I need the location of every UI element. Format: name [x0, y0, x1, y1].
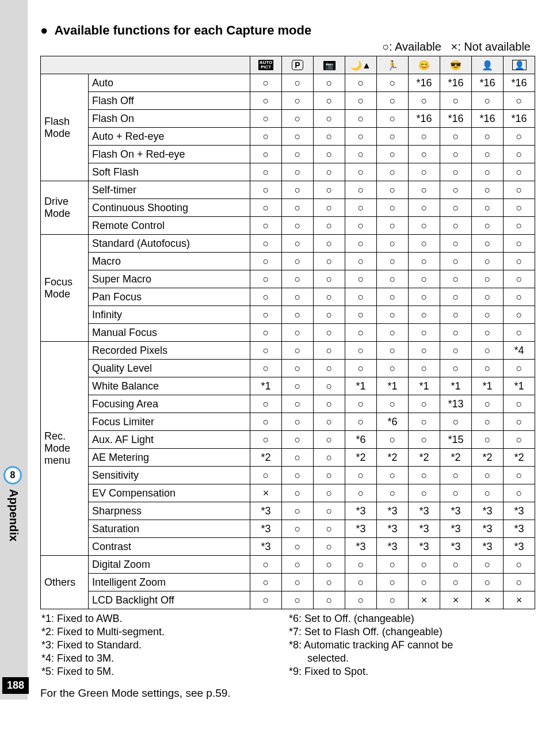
value-cell: *2 — [504, 449, 535, 467]
value-cell: *4 — [504, 342, 535, 360]
value-cell: *3 — [409, 520, 440, 538]
item-cell: Pan Focus — [89, 288, 250, 306]
value-cell: ○ — [377, 306, 409, 324]
value-cell: ○ — [377, 253, 409, 270]
mode-icon: 👤 — [504, 56, 535, 74]
value-cell: ○ — [504, 92, 535, 110]
value-cell: ○ — [504, 574, 535, 591]
value-cell: *3 — [472, 538, 504, 556]
value-cell: ○ — [345, 574, 377, 591]
value-cell: ○ — [504, 431, 535, 449]
table-row: Contrast*3○○*3*3*3*3*3*3 — [41, 538, 535, 556]
category-cell: Drive Mode — [41, 181, 89, 235]
item-cell: Soft Flash — [89, 163, 250, 181]
value-cell: ○ — [345, 413, 377, 431]
value-cell: ○ — [282, 146, 314, 163]
value-cell: ○ — [409, 288, 440, 306]
value-cell: *16 — [504, 110, 535, 128]
footnote-item: *5: Fixed to 5M. — [40, 666, 288, 679]
value-cell: ○ — [409, 270, 440, 288]
table-row: Flash On + Red-eye○○○○○○○○○ — [41, 146, 535, 163]
value-cell: ○ — [282, 449, 314, 467]
value-cell: *3 — [250, 520, 282, 538]
value-cell: ○ — [250, 467, 282, 484]
value-cell: ○ — [377, 591, 409, 609]
item-cell: Saturation — [89, 520, 250, 538]
value-cell: ○ — [377, 395, 409, 413]
value-cell: ○ — [250, 146, 282, 163]
value-cell: ○ — [314, 342, 345, 360]
value-cell: *16 — [472, 110, 504, 128]
value-cell: ○ — [409, 395, 440, 413]
value-cell: *3 — [472, 520, 504, 538]
value-cell: ○ — [504, 395, 535, 413]
table-row: Flash Off○○○○○○○○○ — [41, 92, 535, 110]
value-cell: ○ — [282, 181, 314, 199]
value-cell: ○ — [409, 431, 440, 449]
value-cell: ○ — [377, 163, 409, 181]
value-cell: ○ — [250, 235, 282, 253]
table-row: LCD Backlight Off○○○○○×××× — [41, 591, 535, 609]
value-cell: *16 — [409, 110, 440, 128]
appendix-chapter-number: 8 — [3, 466, 22, 484]
value-cell: ○ — [314, 163, 345, 181]
value-cell: ○ — [345, 74, 377, 92]
value-cell: ○ — [472, 556, 504, 574]
value-cell: *3 — [250, 538, 282, 556]
item-cell: Macro — [89, 253, 250, 270]
value-cell: *2 — [440, 449, 472, 467]
legend: ○: Available ×: Not available — [40, 40, 535, 54]
value-cell: ○ — [314, 467, 345, 484]
item-cell: Continuous Shooting — [89, 199, 250, 217]
value-cell: ○ — [282, 502, 314, 520]
value-cell: *3 — [472, 502, 504, 520]
value-cell: ○ — [504, 181, 535, 199]
value-cell: *16 — [440, 110, 472, 128]
value-cell: ○ — [377, 484, 409, 502]
value-cell: ○ — [472, 146, 504, 163]
value-cell: ○ — [314, 146, 345, 163]
value-cell: ○ — [472, 92, 504, 110]
value-cell: ○ — [282, 92, 314, 110]
value-cell: ○ — [314, 253, 345, 270]
value-cell: ○ — [282, 74, 314, 92]
value-cell: *3 — [504, 502, 535, 520]
table-row: Pan Focus○○○○○○○○○ — [41, 288, 535, 306]
table-row: AE Metering*2○○*2*2*2*2*2*2 — [41, 449, 535, 467]
capture-mode-table: AUTOPICTP📷🌙▲🏃😊😎👤👤 Flash ModeAuto○○○○○*16… — [40, 56, 535, 609]
value-cell: ○ — [345, 288, 377, 306]
value-cell: ○ — [314, 181, 345, 199]
value-cell: *1 — [409, 377, 440, 395]
value-cell: *13 — [440, 395, 472, 413]
value-cell: *3 — [345, 520, 377, 538]
value-cell: ○ — [440, 306, 472, 324]
category-cell: Others — [41, 556, 89, 609]
value-cell: ○ — [377, 270, 409, 288]
value-cell: ○ — [440, 574, 472, 591]
value-cell: ○ — [345, 92, 377, 110]
value-cell: *3 — [504, 520, 535, 538]
value-cell: ○ — [472, 253, 504, 270]
table-row: White Balance*1○○*1*1*1*1*1*1 — [41, 377, 535, 395]
value-cell: ○ — [314, 556, 345, 574]
value-cell: ○ — [472, 342, 504, 360]
value-cell: ○ — [282, 520, 314, 538]
item-cell: Auto + Red-eye — [89, 128, 250, 146]
value-cell: ○ — [250, 574, 282, 591]
value-cell: ○ — [440, 467, 472, 484]
value-cell: ○ — [377, 74, 409, 92]
value-cell: ○ — [250, 360, 282, 377]
value-cell: ○ — [282, 484, 314, 502]
value-cell: ○ — [377, 146, 409, 163]
appendix-label: Appendix — [7, 489, 20, 541]
value-cell: ○ — [409, 342, 440, 360]
value-cell: *2 — [409, 449, 440, 467]
value-cell: ○ — [282, 163, 314, 181]
value-cell: *3 — [504, 538, 535, 556]
value-cell: ○ — [377, 199, 409, 217]
value-cell: *3 — [377, 502, 409, 520]
table-row: Focusing Area○○○○○○*13○○ — [41, 395, 535, 413]
value-cell: ○ — [440, 556, 472, 574]
value-cell: ○ — [409, 163, 440, 181]
value-cell: ○ — [314, 484, 345, 502]
